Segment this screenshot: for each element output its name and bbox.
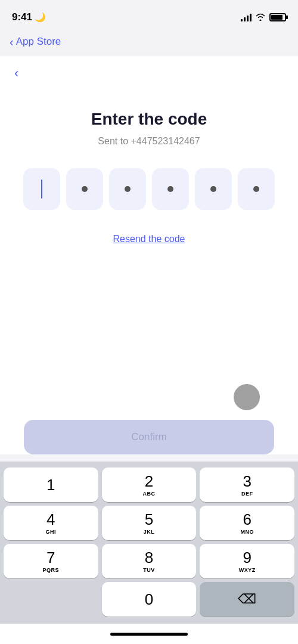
- key-3[interactable]: 3 DEF: [200, 467, 294, 502]
- key-8[interactable]: 8 TUV: [102, 544, 197, 578]
- code-box-6[interactable]: [238, 168, 275, 210]
- keyboard-row-2: 4 GHI 5 JKL 6 MNO: [4, 506, 294, 540]
- confirm-button[interactable]: Confirm: [24, 420, 274, 454]
- key-2[interactable]: 2 ABC: [102, 467, 197, 502]
- battery-icon: [269, 13, 286, 21]
- resend-code-link[interactable]: Resend the code: [113, 234, 185, 244]
- home-indicator: [0, 624, 298, 644]
- code-dot-6: [253, 186, 259, 192]
- keyboard-row-3: 7 PQRS 8 TUV 9 WXYZ: [4, 544, 294, 578]
- key-1[interactable]: 1: [4, 467, 98, 502]
- key-7[interactable]: 7 PQRS: [4, 544, 98, 578]
- home-bar: [110, 633, 188, 636]
- key-9[interactable]: 9 WXYZ: [200, 544, 294, 578]
- code-dot-5: [210, 186, 216, 192]
- code-box-4[interactable]: [152, 168, 189, 210]
- keyboard-row-4: 0 ⌫: [4, 582, 294, 617]
- delete-icon: ⌫: [238, 592, 256, 607]
- app-store-back-label: App Store: [16, 36, 61, 48]
- signal-icon: [241, 13, 252, 21]
- confirm-label: Confirm: [131, 431, 167, 443]
- nav-bar: ‹ App Store: [0, 30, 298, 56]
- back-chevron-icon: ‹: [10, 36, 14, 48]
- main-content: ‹ Enter the code Sent to +447523142467 R…: [0, 56, 298, 454]
- drag-area: [14, 384, 284, 410]
- page-subtitle: Sent to +447523142467: [98, 136, 200, 147]
- back-arrow-button[interactable]: ‹: [14, 66, 18, 81]
- status-bar: 9:41 🌙: [0, 0, 298, 30]
- key-6[interactable]: 6 MNO: [200, 506, 294, 540]
- key-empty: [4, 582, 98, 617]
- code-box-1[interactable]: [23, 168, 60, 210]
- back-arrow-row: ‹: [14, 56, 284, 86]
- page-title: Enter the code: [91, 110, 207, 129]
- status-icons: [241, 13, 286, 23]
- key-4[interactable]: 4 GHI: [4, 506, 98, 540]
- drag-handle[interactable]: [234, 384, 260, 410]
- code-box-5[interactable]: [195, 168, 232, 210]
- text-cursor: [41, 179, 42, 199]
- status-time: 9:41 🌙: [12, 11, 46, 23]
- key-0[interactable]: 0: [102, 582, 197, 617]
- delete-button[interactable]: ⌫: [200, 582, 294, 617]
- wifi-icon: [255, 13, 266, 23]
- code-dot-4: [167, 186, 173, 192]
- keyboard-row-1: 1 2 ABC 3 DEF: [4, 467, 294, 502]
- app-store-back-button[interactable]: ‹ App Store: [10, 36, 61, 48]
- code-dot-2: [82, 186, 88, 192]
- moon-icon: 🌙: [35, 12, 46, 23]
- code-input-row: [23, 168, 275, 210]
- code-dot-3: [125, 186, 131, 192]
- code-box-2[interactable]: [66, 168, 103, 210]
- code-box-3[interactable]: [109, 168, 146, 210]
- numeric-keyboard: 1 2 ABC 3 DEF 4 GHI 5 JKL 6 MNO 7 PQRS: [0, 462, 298, 624]
- key-5[interactable]: 5 JKL: [102, 506, 197, 540]
